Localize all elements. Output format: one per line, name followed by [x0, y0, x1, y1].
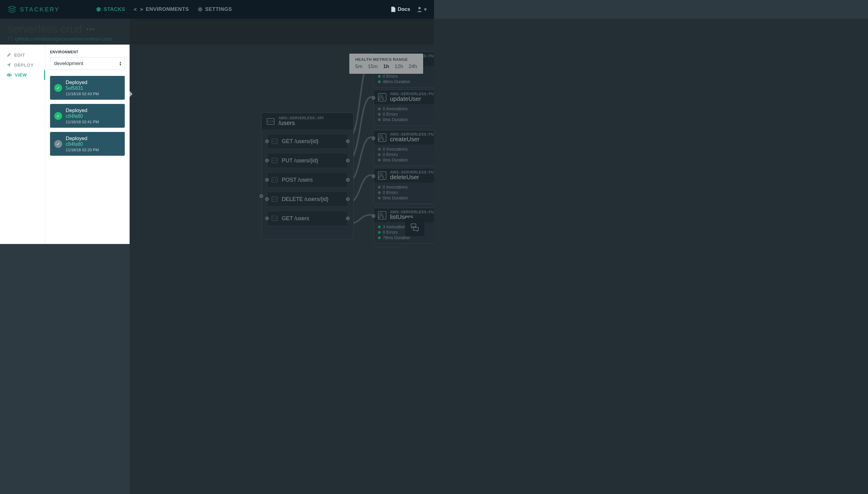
- check-icon: ✓: [54, 140, 62, 148]
- chat-button[interactable]: [405, 218, 424, 236]
- route-text: GET /users: [282, 215, 309, 222]
- route-port-out[interactable]: [346, 178, 350, 182]
- svg-rect-5: [272, 158, 277, 163]
- route-port-out[interactable]: [346, 139, 350, 143]
- lambda-icon: [377, 93, 387, 102]
- deployment-card[interactable]: ✓ Deployed c84fa80 11/16/18 02:20 PM: [50, 132, 125, 156]
- brand-text: STACKERY: [20, 6, 60, 13]
- api-node[interactable]: AWS::SERVERLESS::API /users GET /users/{…: [261, 113, 353, 240]
- health-metrics-panel: HEALTH METRICS RANGE 5m15m1h12h24h: [349, 54, 423, 74]
- function-port-in[interactable]: [372, 174, 375, 178]
- stacks-icon: [96, 7, 101, 12]
- deployment-card[interactable]: ✓ Deployed 5ef5831 11/16/18 02:43 PM: [50, 76, 125, 100]
- deploy-status: Deployed: [66, 79, 99, 86]
- function-port-in[interactable]: [372, 96, 375, 100]
- api-route[interactable]: GET /users/{id}: [267, 134, 348, 149]
- select-arrows-icon: ▲▼: [119, 61, 122, 66]
- route-port-out[interactable]: [346, 197, 350, 201]
- route-icon: [271, 157, 278, 164]
- api-route[interactable]: PUT /users/{id}: [267, 153, 348, 168]
- function-node-createUser[interactable]: AWS::SERVERLESS::FUNCTION createUser 0 I…: [373, 130, 434, 166]
- metric-duration: 48ms Duration: [378, 79, 434, 84]
- health-range-24h[interactable]: 24h: [409, 63, 417, 70]
- environment-label: ENVIRONMENT: [50, 50, 125, 54]
- check-icon: ✓: [54, 112, 62, 120]
- deployment-card[interactable]: ✓ Deployed c84fa80 11/16/18 02:41 PM: [50, 104, 125, 128]
- sidebar-deploy[interactable]: DEPLOY: [0, 60, 45, 70]
- function-node-deleteUser[interactable]: AWS::SERVERLESS::FUNCTION deleteUser 0 I…: [373, 168, 434, 204]
- nav-stacks[interactable]: STACKS: [96, 6, 125, 12]
- svg-point-1: [418, 7, 421, 10]
- metric-invocations: 0 Invocations: [378, 184, 434, 190]
- route-text: POST /users: [282, 177, 313, 183]
- top-nav: STACKERY STACKS < > ENVIRONMENTS SETTING…: [0, 0, 434, 19]
- metric-errors: 0 Errors: [378, 152, 434, 157]
- health-range-15m[interactable]: 15m: [368, 63, 377, 70]
- health-range-12h[interactable]: 12h: [394, 63, 403, 70]
- function-port-in[interactable]: [372, 214, 375, 218]
- route-icon: [271, 176, 278, 184]
- function-port-in[interactable]: [372, 136, 375, 140]
- nav-environments[interactable]: < > ENVIRONMENTS: [133, 6, 189, 12]
- function-node-updateUser[interactable]: AWS::SERVERLESS::FUNCTION updateUser 0 I…: [373, 90, 434, 126]
- canvas[interactable]: AWS::SERVERLESS::API /users GET /users/{…: [130, 44, 434, 244]
- api-route[interactable]: DELETE /users/{id}: [267, 192, 348, 207]
- function-node-listUsers[interactable]: AWS::SERVERLESS::FUNCTION listUsers 3 In…: [373, 208, 434, 244]
- api-route[interactable]: POST /users: [267, 172, 348, 187]
- svg-rect-8: [272, 216, 277, 221]
- environment-select[interactable]: [50, 57, 125, 70]
- health-range-5m[interactable]: 5m: [355, 63, 363, 70]
- deploy-hash: 5ef5831: [66, 86, 99, 91]
- health-range-1h[interactable]: 1h: [383, 63, 389, 70]
- sidebar-view[interactable]: VIEW: [0, 70, 45, 80]
- stack-more-menu[interactable]: •••: [86, 25, 95, 33]
- deploy-time: 11/16/18 02:20 PM: [66, 148, 99, 152]
- api-name: /users: [278, 119, 324, 127]
- gear-icon: [198, 7, 203, 12]
- route-port-out[interactable]: [346, 216, 350, 220]
- function-name: createUser: [390, 136, 434, 143]
- deploy-hash: c84fa80: [66, 141, 99, 147]
- metric-invocations: 0 Invocations: [378, 106, 434, 111]
- metric-duration: 0ms Duration: [378, 157, 434, 163]
- repo-link[interactable]: github.com/bildungsroman/serverless-crud: [15, 36, 112, 42]
- stack-header: serverless-crud ••• github.com/bildungsr…: [0, 19, 434, 44]
- svg-point-2: [8, 74, 10, 76]
- route-text: GET /users/{id}: [282, 138, 318, 145]
- svg-rect-7: [272, 197, 277, 202]
- environment-panel: ENVIRONMENT ▲▼ ✓ Deployed 5ef5831 11/16/…: [45, 44, 130, 244]
- brand-logo[interactable]: STACKERY: [7, 5, 60, 14]
- nav-settings[interactable]: SETTINGS: [198, 6, 232, 12]
- route-text: PUT /users/{id}: [282, 157, 318, 164]
- api-port-in[interactable]: [259, 194, 263, 198]
- lambda-icon: [377, 133, 387, 142]
- metric-errors: 0 Errors: [378, 74, 434, 79]
- api-icon: [266, 117, 275, 126]
- route-port-in[interactable]: [265, 216, 269, 220]
- deploy-hash: c84fa80: [66, 114, 99, 119]
- api-route[interactable]: GET /users: [267, 211, 348, 226]
- github-icon: [8, 36, 13, 42]
- route-port-in[interactable]: [265, 197, 269, 201]
- route-port-out[interactable]: [346, 159, 350, 163]
- metric-errors: 0 Errors: [378, 111, 434, 117]
- eye-icon: [7, 73, 12, 77]
- code-icon: < >: [133, 6, 143, 12]
- deploy-status: Deployed: [66, 108, 99, 114]
- metric-duration: 0ms Duration: [378, 195, 434, 201]
- metric-errors: 0 Errors: [378, 190, 434, 195]
- route-port-in[interactable]: [265, 178, 269, 182]
- route-port-in[interactable]: [265, 159, 269, 163]
- chevron-down-icon: ▾: [424, 6, 427, 13]
- user-menu[interactable]: ▾: [416, 6, 427, 13]
- docs-link[interactable]: Docs: [391, 6, 410, 12]
- deploy-time: 11/16/18 02:43 PM: [66, 92, 99, 96]
- sidebar-edit[interactable]: EDIT: [0, 50, 45, 60]
- route-icon: [271, 195, 278, 203]
- route-port-in[interactable]: [265, 139, 269, 143]
- chat-icon: [410, 223, 419, 231]
- pencil-icon: [7, 53, 11, 57]
- stackery-logo-icon: [7, 5, 17, 14]
- function-name: deleteUser: [390, 174, 434, 181]
- user-icon: [416, 6, 423, 13]
